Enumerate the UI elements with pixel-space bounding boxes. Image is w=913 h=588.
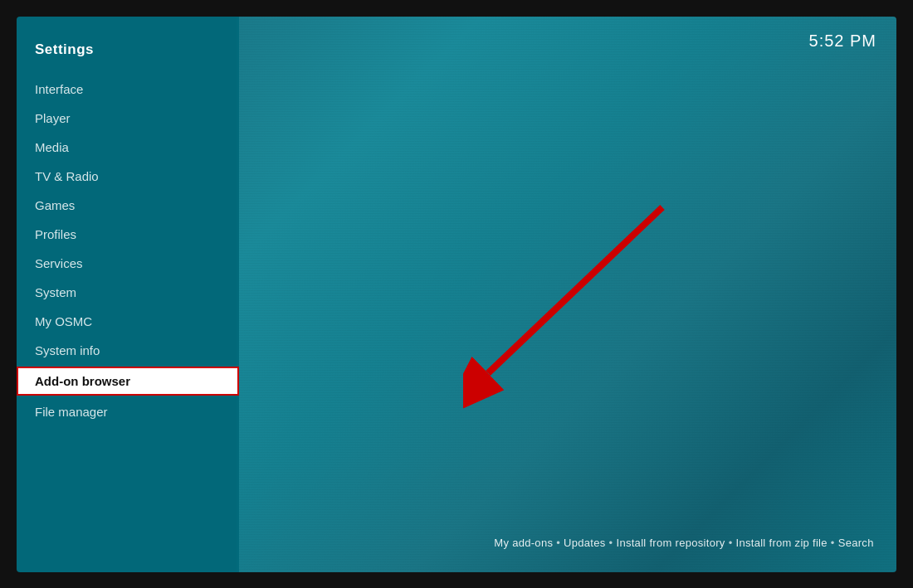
- sidebar-item-file-manager[interactable]: File manager: [17, 397, 239, 426]
- arrow-annotation: [463, 182, 696, 415]
- time-display: 5:52 PM: [809, 32, 876, 51]
- subtitle-part-2: Install from repository: [616, 537, 725, 549]
- sidebar-item-media[interactable]: Media: [17, 133, 239, 162]
- sidebar: Settings InterfacePlayerMediaTV & RadioG…: [17, 17, 239, 572]
- subtitle-part-1: Updates: [564, 537, 606, 549]
- sidebar-item-addon-browser[interactable]: Add-on browser: [17, 367, 239, 396]
- sidebar-item-services[interactable]: Services: [17, 249, 239, 278]
- svg-line-1: [488, 207, 662, 373]
- subtitle-bar: My add-ons•Updates•Install from reposito…: [471, 537, 896, 549]
- screen: Settings InterfacePlayerMediaTV & RadioG…: [17, 17, 896, 572]
- sidebar-item-my-osmc[interactable]: My OSMC: [17, 307, 239, 336]
- sidebar-item-profiles[interactable]: Profiles: [17, 220, 239, 249]
- main-area: 5:52 PM My add-ons•Updates•Install from …: [239, 17, 896, 572]
- sidebar-item-games[interactable]: Games: [17, 191, 239, 220]
- sidebar-item-interface[interactable]: Interface: [17, 75, 239, 104]
- subtitle-part-4: Search: [838, 537, 874, 549]
- subtitle-part-0: My add-ons: [494, 537, 553, 549]
- sidebar-item-system[interactable]: System: [17, 278, 239, 307]
- sidebar-item-system-info[interactable]: System info: [17, 336, 239, 365]
- sidebar-title: Settings: [17, 33, 239, 75]
- subtitle-part-3: Install from zip file: [736, 537, 828, 549]
- sidebar-item-player[interactable]: Player: [17, 104, 239, 133]
- sidebar-item-tv-radio[interactable]: TV & Radio: [17, 162, 239, 191]
